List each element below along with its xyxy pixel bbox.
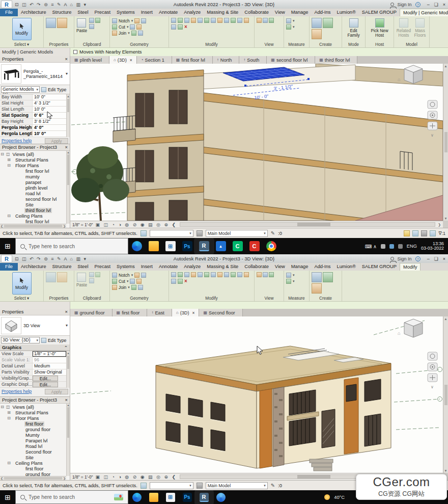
- create-group-icon[interactable]: [312, 18, 322, 28]
- create-group-icon[interactable]: [312, 272, 322, 282]
- property-value[interactable]: 0' 6": [33, 113, 66, 118]
- moves-with-nearby-checkbox[interactable]: [73, 50, 77, 54]
- browser-item[interactable]: ⊟ Ceiling Plans: [0, 213, 70, 219]
- ribbon-tab[interactable]: Massing & Site: [204, 263, 241, 271]
- unpin-icon[interactable]: [217, 272, 222, 277]
- paste-button[interactable]: Paste: [76, 272, 87, 287]
- property-value[interactable]: 3' 8 1/2": [33, 119, 66, 124]
- taskbar-app[interactable]: R: [195, 490, 212, 504]
- create-similar-icon[interactable]: [323, 18, 333, 28]
- paint-icon[interactable]: [136, 279, 142, 284]
- status-exclude-icon[interactable]: [430, 230, 436, 236]
- property-value[interactable]: 10' 0": [33, 107, 66, 112]
- ribbon-tab[interactable]: Steel: [74, 9, 91, 16]
- ribbon-tab[interactable]: Annotate: [156, 9, 181, 16]
- ribbon-tab[interactable]: Systems: [114, 9, 138, 16]
- sign-in-button[interactable]: Sign In: [398, 256, 412, 261]
- beam-icon[interactable]: [134, 18, 139, 23]
- pick-new-host-button[interactable]: Pick New Host: [368, 18, 391, 38]
- thin-lines-icon[interactable]: [269, 18, 274, 23]
- ribbon-tab[interactable]: SALEM GROUP: [359, 263, 400, 271]
- viewport-vscrollbar[interactable]: ▲▼: [443, 64, 448, 221]
- worksets-icon[interactable]: [197, 230, 203, 236]
- ribbon-tab[interactable]: Add-Ins: [311, 9, 333, 16]
- browser-item[interactable]: plinth level: [0, 185, 70, 191]
- view-tab[interactable]: ↑ East: [147, 309, 172, 316]
- start-button[interactable]: ⊞: [0, 490, 15, 504]
- ribbon-tab[interactable]: View: [272, 263, 288, 271]
- linework-icon[interactable]: [263, 18, 268, 23]
- copy-icon[interactable]: [95, 18, 100, 23]
- workset-select[interactable]: Main Model▾: [206, 482, 268, 489]
- split-icon[interactable]: [131, 285, 136, 290]
- browser-item[interactable]: mumty: [0, 174, 70, 179]
- taskbar-app[interactable]: [263, 238, 279, 254]
- tree-expander-icon[interactable]: ⊟: [0, 405, 5, 409]
- rotate-icon[interactable]: [237, 272, 242, 277]
- ribbon-tab[interactable]: Collaborate: [241, 9, 272, 16]
- view-tab[interactable]: ▦ first floor: [113, 309, 148, 316]
- filter-icon[interactable]: ∇:1: [438, 231, 445, 236]
- lightbulb-icon[interactable]: [257, 18, 262, 23]
- editable-items-icon[interactable]: ✎: [271, 483, 275, 488]
- browser-hscrollbar[interactable]: ❮❯: [0, 476, 66, 480]
- taskbar-app[interactable]: [212, 490, 229, 504]
- clock[interactable]: 13:36 03-03-2022: [421, 242, 444, 251]
- browser-vscrollbar[interactable]: ▲: [66, 404, 70, 476]
- split-icon[interactable]: [131, 31, 136, 36]
- view-scale-button[interactable]: 1/8" = 1'-0": [72, 474, 93, 480]
- ribbon-tab[interactable]: SALEM GROUP: [359, 9, 400, 16]
- viewport-hscrollbar[interactable]: [180, 222, 436, 227]
- array-icon[interactable]: [171, 24, 176, 30]
- close-view-icon[interactable]: ×: [192, 310, 195, 315]
- create-similar-icon[interactable]: [323, 272, 333, 282]
- property-value[interactable]: Edit...: [33, 376, 58, 381]
- ribbon-tab[interactable]: Manage: [288, 9, 312, 16]
- ribbon-tab[interactable]: Modify | Generic Models: [400, 9, 448, 16]
- ribbon-tab[interactable]: Systems: [114, 263, 138, 271]
- close-view-icon[interactable]: ×: [130, 58, 132, 63]
- hammer-icon[interactable]: [138, 31, 143, 36]
- properties-scrollbar[interactable]: ▲: [66, 94, 70, 137]
- ribbon-tab[interactable]: Steel: [74, 263, 91, 271]
- tree-expander-icon[interactable]: ⊟: [7, 163, 11, 168]
- property-value[interactable]: Show Original: [33, 369, 66, 375]
- ribbon-tab[interactable]: Manage: [288, 263, 312, 271]
- ribbon-tab[interactable]: Insert: [138, 263, 156, 271]
- browser-item[interactable]: ⊞ Structural Plans: [0, 410, 70, 415]
- editable-only-icon[interactable]: [141, 483, 147, 489]
- ribbon-tab[interactable]: Insert: [138, 9, 156, 16]
- apply-button[interactable]: Apply: [45, 389, 68, 394]
- properties-help-link[interactable]: Properties help: [2, 138, 32, 143]
- mirror-draw-icon[interactable]: [191, 18, 196, 23]
- split-element-icon[interactable]: [204, 272, 209, 277]
- quick-access-toolbar[interactable]: ⊡ ◫ ↶ ↷ ⊜ ≡ ✎ A ⌂ ▥ ▾: [15, 256, 87, 261]
- view-tab[interactable]: ▦ ground floor: [70, 309, 113, 316]
- edit-type-button[interactable]: Edit Type: [48, 87, 67, 92]
- browser-item[interactable]: first floor lvl: [0, 168, 70, 174]
- editable-only-icon[interactable]: [141, 230, 147, 236]
- revit-logo-icon[interactable]: R: [1, 255, 12, 262]
- ribbon-tab[interactable]: File: [0, 9, 18, 16]
- copy-tool-icon[interactable]: [231, 18, 236, 23]
- edit-type-button[interactable]: Edit Type: [48, 338, 67, 343]
- ribbon-tab[interactable]: Massing & Site: [204, 9, 241, 16]
- linework-icon[interactable]: [263, 272, 268, 277]
- ribbon-tab[interactable]: Precast: [92, 9, 114, 16]
- browser-item[interactable]: ⊟ Ceiling Plans: [0, 460, 70, 466]
- sign-in-button[interactable]: Sign In: [398, 2, 412, 7]
- minimize-button[interactable]: –: [427, 256, 430, 261]
- type-properties-icon[interactable]: [57, 18, 67, 28]
- extend-icon[interactable]: [198, 272, 203, 277]
- copy-tool-icon[interactable]: [231, 272, 236, 277]
- hammer-icon[interactable]: [138, 285, 143, 290]
- taskbar-app[interactable]: Ps: [179, 490, 195, 504]
- lightbulb-icon[interactable]: [257, 272, 262, 277]
- account-icon[interactable]: [390, 257, 394, 260]
- ribbon-tab[interactable]: Structure: [49, 9, 75, 16]
- trim-icon[interactable]: [244, 18, 249, 23]
- tree-expander-icon[interactable]: ⊟: [7, 214, 11, 218]
- browser-item[interactable]: Road lvl: [0, 443, 70, 449]
- chevron-down-icon[interactable]: ▾: [66, 71, 68, 76]
- property-value[interactable]: Medium: [33, 363, 66, 369]
